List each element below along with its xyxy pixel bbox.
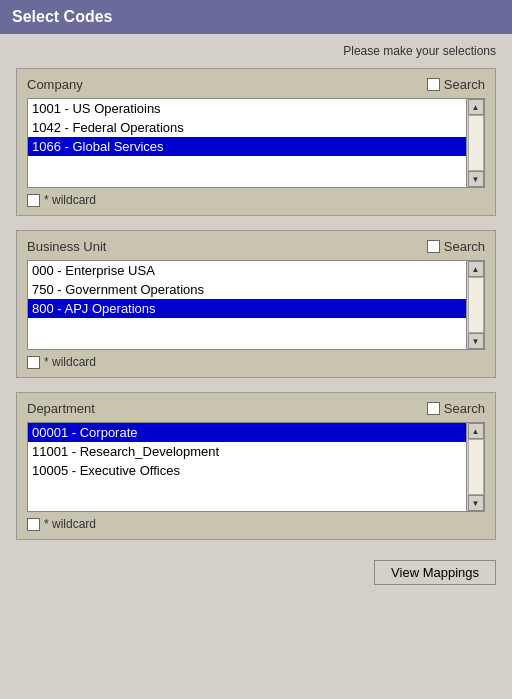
business-unit-list[interactable]: 000 - Enterprise USA 750 - Government Op…: [27, 260, 485, 350]
business-unit-wildcard-row: * wildcard: [27, 355, 485, 369]
scroll-up-btn[interactable]: ▲: [468, 261, 484, 277]
business-unit-search-checkbox[interactable]: [427, 240, 440, 253]
department-header: Department Search: [27, 401, 485, 416]
list-item[interactable]: 1042 - Federal Operations: [28, 118, 466, 137]
list-item[interactable]: 00001 - Corporate: [28, 423, 466, 442]
company-label: Company: [27, 77, 83, 92]
content-area: Please make your selections Company Sear…: [0, 34, 512, 699]
scroll-down-btn[interactable]: ▼: [468, 333, 484, 349]
scroll-down-btn[interactable]: ▼: [468, 495, 484, 511]
business-unit-search-label: Search: [444, 239, 485, 254]
company-list[interactable]: 1001 - US Operatioins 1042 - Federal Ope…: [27, 98, 485, 188]
business-unit-wildcard-label: * wildcard: [44, 355, 96, 369]
scroll-up-btn[interactable]: ▲: [468, 423, 484, 439]
department-search-label: Search: [444, 401, 485, 416]
company-search-label: Search: [444, 77, 485, 92]
company-wildcard-label: * wildcard: [44, 193, 96, 207]
business-unit-wildcard-checkbox[interactable]: [27, 356, 40, 369]
department-section: Department Search 00001 - Corporate 1100…: [16, 392, 496, 540]
page-title: Select Codes: [0, 0, 512, 34]
page-container: Select Codes Please make your selections…: [0, 0, 512, 699]
department-list-items: 00001 - Corporate 11001 - Research_Devel…: [28, 423, 466, 511]
company-search-area: Search: [427, 77, 485, 92]
department-wildcard-row: * wildcard: [27, 517, 485, 531]
business-unit-header: Business Unit Search: [27, 239, 485, 254]
list-item[interactable]: 1001 - US Operatioins: [28, 99, 466, 118]
list-item[interactable]: 10005 - Executive Offices: [28, 461, 466, 480]
scroll-down-btn[interactable]: ▼: [468, 171, 484, 187]
department-scrollbar: ▲ ▼: [466, 423, 484, 511]
footer-area: View Mappings: [16, 554, 496, 589]
department-list[interactable]: 00001 - Corporate 11001 - Research_Devel…: [27, 422, 485, 512]
company-section: Company Search 1001 - US Operatioins 104…: [16, 68, 496, 216]
business-unit-section: Business Unit Search 000 - Enterprise US…: [16, 230, 496, 378]
department-search-area: Search: [427, 401, 485, 416]
company-wildcard-checkbox[interactable]: [27, 194, 40, 207]
department-label: Department: [27, 401, 95, 416]
scroll-up-btn[interactable]: ▲: [468, 99, 484, 115]
list-item[interactable]: 750 - Government Operations: [28, 280, 466, 299]
company-search-checkbox[interactable]: [427, 78, 440, 91]
department-wildcard-label: * wildcard: [44, 517, 96, 531]
business-unit-search-area: Search: [427, 239, 485, 254]
business-unit-label: Business Unit: [27, 239, 106, 254]
list-item[interactable]: 800 - APJ Operations: [28, 299, 466, 318]
company-scrollbar: ▲ ▼: [466, 99, 484, 187]
subtitle: Please make your selections: [16, 44, 496, 58]
view-mappings-button[interactable]: View Mappings: [374, 560, 496, 585]
company-list-items: 1001 - US Operatioins 1042 - Federal Ope…: [28, 99, 466, 187]
department-search-checkbox[interactable]: [427, 402, 440, 415]
list-item[interactable]: 11001 - Research_Development: [28, 442, 466, 461]
business-unit-scrollbar: ▲ ▼: [466, 261, 484, 349]
business-unit-list-items: 000 - Enterprise USA 750 - Government Op…: [28, 261, 466, 349]
department-wildcard-checkbox[interactable]: [27, 518, 40, 531]
list-item[interactable]: 000 - Enterprise USA: [28, 261, 466, 280]
company-header: Company Search: [27, 77, 485, 92]
scroll-track[interactable]: [468, 439, 484, 495]
list-item[interactable]: 1066 - Global Services: [28, 137, 466, 156]
scroll-track[interactable]: [468, 115, 484, 171]
scroll-track[interactable]: [468, 277, 484, 333]
company-wildcard-row: * wildcard: [27, 193, 485, 207]
